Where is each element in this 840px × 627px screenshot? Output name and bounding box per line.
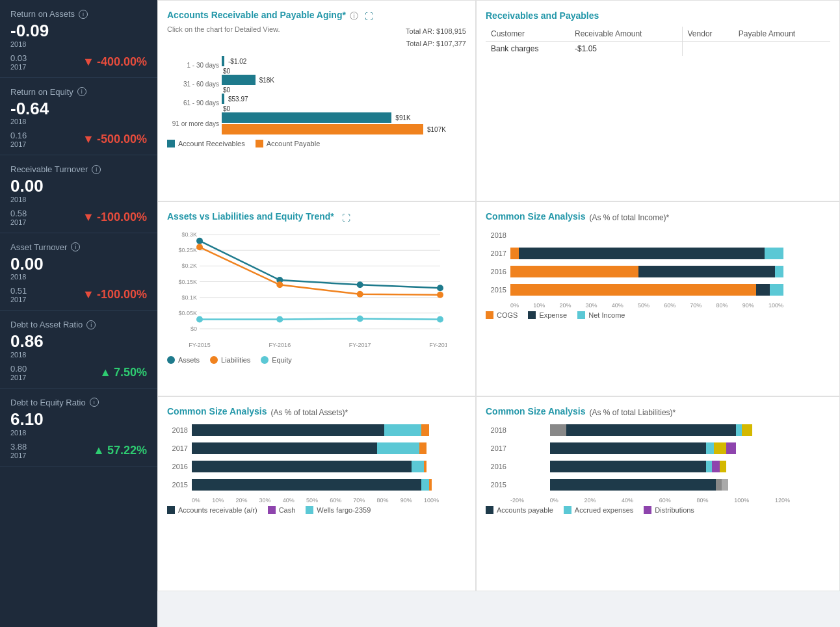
metric-prev-asset-turnover: 0.51: [10, 286, 27, 296]
income-row: 2017: [486, 248, 830, 259]
pay-amount: [733, 42, 830, 57]
legend-ap-liab-dot: [486, 506, 493, 514]
metric-arrow-debt-to-asset-ratio: ▲: [99, 366, 111, 379]
common-income-panel: Common Size Analysis (As % of total Inco…: [476, 201, 840, 396]
legend-net-income-label: Net Income: [588, 311, 625, 319]
ar-legend: Account Receivables Account Payable: [167, 140, 466, 147]
metric-compare-debt-to-equity-ratio: 3.88 2017 ▲ 57.22%: [10, 442, 147, 459]
metric-prev-year-asset-turnover: 2017: [10, 296, 27, 303]
common-liabilities-legend: Accounts payable Accrued expenses Distri…: [486, 506, 830, 514]
bar-track: [192, 461, 439, 472]
svg-point-20: [357, 281, 363, 288]
legend-ar-label: Account Receivables: [178, 140, 245, 147]
liab-bar: [510, 442, 790, 454]
rec-customer: Bank charges: [486, 42, 570, 57]
metric-compare-return-on-equity: 0.16 2017 ▼ -500.00%: [10, 131, 147, 148]
ar-row: 91 or more days $91K $107K: [167, 112, 466, 134]
metric-value-receivable-turnover: 0.00: [10, 177, 147, 196]
trend-svg: $0.3K $0.25K $0.2K $0.15K $0.1K $0.05K $…: [167, 228, 447, 348]
metric-prev-return-on-assets: 0.03: [10, 53, 27, 63]
rec-amount: -$1.05: [570, 42, 682, 57]
metric-info-return-on-equity[interactable]: i: [77, 87, 86, 96]
stacked-row: 2017: [167, 442, 466, 454]
legend-equity-label: Equity: [272, 356, 292, 364]
legend-accrued-dot: [564, 506, 571, 514]
metric-title-debt-to-asset-ratio: Debt to Asset Ratio i: [10, 320, 147, 329]
metric-info-receivable-turnover[interactable]: i: [92, 165, 101, 174]
sidebar: Return on Assets i -0.09 2018 0.03 2017 …: [0, 0, 157, 627]
metric-prev-year-return-on-equity: 2017: [10, 140, 27, 148]
liab-bar: [510, 424, 790, 436]
legend-wells-fargo-label: Wells fargo-2359: [317, 506, 371, 514]
liab-row: 2017: [486, 442, 830, 454]
col-customer: Customer: [486, 27, 570, 42]
metric-card-receivable-turnover: Receivable Turnover i 0.00 2018 0.58 201…: [0, 155, 157, 233]
top-row: Accounts Receivable and Payable Aging* ⓘ…: [157, 0, 840, 201]
metric-change-return-on-equity: -500.00%: [97, 133, 147, 146]
metric-change-debt-to-equity-ratio: 57.22%: [107, 444, 147, 457]
pay-vendor: [682, 42, 733, 57]
metric-prev-debt-to-equity-ratio: 3.88: [10, 442, 27, 452]
metric-value-debt-to-equity-ratio: 6.10: [10, 410, 147, 429]
metric-value-return-on-equity: -0.64: [10, 99, 147, 118]
income-row: 2018: [486, 229, 830, 241]
metric-info-asset-turnover[interactable]: i: [71, 242, 80, 251]
legend-wells-fargo-dot: [306, 506, 313, 514]
metric-info-debt-to-equity-ratio[interactable]: i: [90, 398, 99, 407]
legend-ap-liab-label: Accounts payable: [497, 506, 553, 514]
trend-legend: Assets Liabilities Equity: [167, 356, 466, 364]
bar-track: [192, 479, 439, 491]
legend-cash-dot: [268, 506, 276, 514]
svg-point-26: [196, 316, 203, 323]
svg-text:$0.3K: $0.3K: [181, 231, 197, 238]
metric-compare-receivable-turnover: 0.58 2017 ▼ -100.00%: [10, 209, 147, 226]
legend-equity-dot: [261, 356, 269, 364]
svg-text:FY-2018: FY-2018: [429, 342, 447, 348]
rec-pay-panel: Receivables and Payables Customer Receiv…: [476, 0, 840, 201]
stacked-row: 2016: [167, 461, 466, 472]
metric-year-receivable-turnover: 2018: [10, 196, 147, 203]
middle-row: Assets vs Liabilities and Equity Trend* …: [157, 201, 840, 396]
legend-cash-label: Cash: [279, 506, 296, 514]
ar-totals: Total AR: $108,915 Total AP: $107,377: [406, 25, 466, 49]
metric-card-debt-to-equity-ratio: Debt to Equity Ratio i 6.10 2018 3.88 20…: [0, 389, 157, 467]
rec-pay-table: Customer Receivable Amount Vendor Payabl…: [486, 27, 830, 56]
ar-aging-title: Accounts Receivable and Payable Aging*: [167, 10, 346, 20]
liab-row: 2018: [486, 424, 830, 436]
common-assets-panel: Common Size Analysis (As % of total Asse…: [157, 396, 476, 591]
svg-text:FY-2016: FY-2016: [269, 342, 291, 348]
legend-ar-asset-dot: [167, 506, 175, 514]
legend-net-income: Net Income: [577, 311, 625, 319]
common-liabilities-title: Common Size Analysis: [486, 406, 586, 416]
legend-ar-asset: Accounts receivable (a/r): [167, 506, 257, 514]
legend-liabilities: Liabilities: [210, 356, 250, 364]
total-ar: Total AR: $108,915: [406, 25, 466, 38]
legend-ar: Account Receivables: [167, 140, 245, 147]
common-income-legend: COGS Expense Net Income: [486, 311, 830, 319]
svg-text:$0.05K: $0.05K: [178, 310, 197, 316]
metric-arrow-receivable-turnover: ▼: [83, 211, 94, 224]
trend-expand-icon[interactable]: ⛶: [342, 213, 350, 223]
legend-expense-dot: [528, 311, 536, 319]
liab-row: 2015: [486, 479, 830, 491]
legend-cogs-label: COGS: [497, 311, 518, 319]
liab-bar: [510, 461, 790, 472]
legend-accrued: Accrued expenses: [564, 506, 634, 514]
metric-info-debt-to-asset-ratio[interactable]: i: [86, 320, 96, 329]
ar-row: 1 - 30 days -$1.02 $0: [167, 56, 466, 75]
ar-aging-expand-icon[interactable]: ⛶: [365, 12, 373, 21]
legend-ap-dot: [256, 140, 263, 147]
legend-equity: Equity: [261, 356, 292, 364]
income-bar: [510, 266, 783, 277]
ar-aging-info-icon[interactable]: ⓘ: [350, 10, 358, 22]
svg-point-23: [276, 281, 283, 288]
ar-row: 31 - 60 days $18K $0: [167, 75, 466, 94]
metric-arrow-debt-to-equity-ratio: ▲: [93, 444, 105, 457]
total-ap: Total AP: $107,377: [406, 38, 466, 50]
ar-aging-panel: Accounts Receivable and Payable Aging* ⓘ…: [157, 0, 476, 201]
ar-row: 61 - 90 days $53.97 $0: [167, 94, 466, 112]
legend-assets-dot: [167, 356, 175, 364]
metric-info-return-on-assets[interactable]: i: [79, 10, 88, 19]
svg-text:$0.2K: $0.2K: [181, 262, 197, 269]
ar-aging-subtitle: Click on the chart for Detailed View.: [167, 25, 280, 33]
